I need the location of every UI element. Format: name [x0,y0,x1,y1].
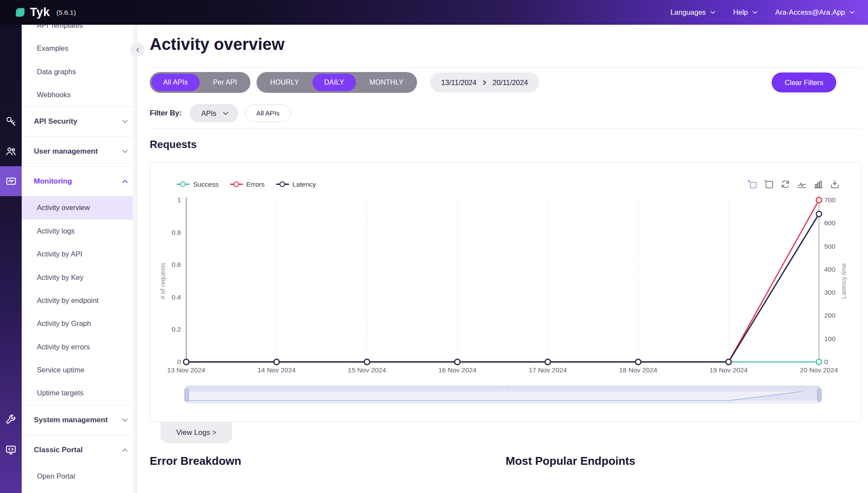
sidebar-item-activity-overview[interactable]: Activity overview [22,196,137,219]
granularity-option-hourly[interactable]: HOURLY [258,74,311,91]
sidebar-item-user-management[interactable]: User management [22,136,137,166]
filter-value-chip[interactable]: All APIs [245,105,291,122]
tyk-logo-icon [14,7,26,18]
zoom-reset-icon[interactable] [763,179,774,190]
sidebar-item-label: Activity logs [37,227,75,235]
scope-option-all-apis[interactable]: All APIs [151,74,200,91]
sidebar-item-monitoring[interactable]: Monitoring [22,166,137,196]
svg-text:18 Nov 2024: 18 Nov 2024 [619,366,657,374]
datazoom-track-top [187,386,819,391]
sidebar-item-uptime-targets[interactable]: Uptime targets [22,381,137,404]
topbar-menu-account[interactable]: Ara-Access@Ara.App [775,8,855,16]
sidebar-item-open-portal[interactable]: Open Portal [22,465,137,488]
sidebar-item-classic-portal[interactable]: Classic Portal [22,435,137,465]
date-range-picker[interactable]: 13/11/2024 20/11/2024 [430,72,539,92]
sidebar-item-label: Webhooks [37,91,71,99]
chevron-right-icon [482,80,487,85]
topbar-menu-languages[interactable]: Languages [671,8,716,16]
svg-text:0.2: 0.2 [171,325,181,333]
date-to: 20/11/2024 [493,79,528,87]
sidebar-item-label: Classic Portal [34,446,82,454]
rail-item-user-management[interactable] [5,145,17,157]
sidebar-item-webhooks[interactable]: Webhooks [22,83,137,106]
svg-text:14 Nov 2024: 14 Nov 2024 [257,366,296,374]
sidebar-item-label: Activity overview [37,204,90,212]
svg-text:400: 400 [824,266,835,273]
datazoom-handle-left[interactable] [184,388,189,401]
sidebar-item-label: API Templates [37,25,83,30]
sidebar-item-activity-by-api[interactable]: Activity by API [22,243,137,266]
filter-type-value: APIs [201,109,217,118]
sidebar-item-label: Monitoring [34,177,72,186]
scope-option-per-api[interactable]: Per API [201,74,249,91]
requests-section-title: Requests [150,138,861,151]
line-chart-icon[interactable] [796,179,807,190]
sidebar-item-activity-by-errors[interactable]: Activity by errors [22,335,137,358]
sidebar-scrollbar[interactable] [133,25,137,493]
chevron-down-icon [122,418,128,422]
svg-text:0.6: 0.6 [171,261,181,268]
chart-header: Success Errors Latency [177,179,840,190]
chevron-down-icon [710,10,716,14]
download-icon[interactable] [829,179,840,190]
chart-legend: Success Errors Latency [177,181,316,188]
sidebar-item-activity-by-graph[interactable]: Activity by Graph [22,312,137,335]
svg-text:300: 300 [824,289,835,296]
legend-item-latency[interactable]: Latency [276,181,316,188]
monitoring-icon [5,175,17,187]
main-content: Activity overview All APIsPer API HOURLY… [137,25,868,493]
filter-value-label: All APIs [256,109,279,117]
datazoom-handle-right[interactable] [817,388,822,401]
requests-line-chart: 00.20.40.60.810100200300400500600700# of… [158,192,853,384]
sidebar-item-activity-by-key[interactable]: Activity by Key [22,266,137,289]
clear-filters-button[interactable]: Clear Filters [772,72,836,92]
rail-item-classic-portal[interactable] [5,444,17,456]
legend-item-success[interactable]: Success [177,181,219,188]
topbar-menu-help[interactable]: Help [733,8,758,16]
chevron-down-icon [849,10,855,14]
sidebar-item-label: User management [34,147,98,156]
svg-text:13 Nov 2024: 13 Nov 2024 [167,366,205,374]
bar-chart-icon[interactable] [813,179,824,190]
filter-type-dropdown[interactable]: APIs [190,104,238,122]
legend-item-errors[interactable]: Errors [230,181,265,188]
sidebar-item-label: System management [34,416,108,424]
sidebar-item-system-management[interactable]: System management [22,405,137,435]
rail-item-system-management[interactable] [5,414,17,426]
datazoom-grip[interactable] [501,388,505,390]
sidebar-item-service-uptime[interactable]: Service uptime [22,358,137,381]
key-icon [5,115,17,127]
svg-text:1: 1 [177,196,181,204]
svg-text:600: 600 [824,219,835,227]
granularity-option-monthly[interactable]: MONTHLY [358,74,415,91]
sidebar-item-examples[interactable]: Examples [22,37,137,60]
legend-label: Success [193,181,219,188]
popular-endpoints-title: Most Popular Endpoints [506,454,861,468]
sidebar-item-api-security[interactable]: API Security [22,106,137,136]
rail-item-monitoring[interactable] [0,166,22,196]
rail-item-api-security[interactable] [5,115,17,127]
svg-text:0.4: 0.4 [171,293,181,301]
area-zoom-icon[interactable] [747,179,758,190]
chevron-up-icon [122,179,128,184]
sidebar-item-data-graphs[interactable]: Data graphs [22,60,137,83]
view-logs-button[interactable]: View Logs > [161,422,232,443]
svg-text:Latency time: Latency time [840,263,847,299]
sidebar-item-label: Activity by Key [37,273,83,282]
svg-text:100: 100 [824,335,835,342]
sidebar-item-label: Activity by API [37,250,82,258]
restore-icon[interactable] [780,179,791,190]
sidebar-item-settings[interactable]: Settings [22,488,137,493]
sidebar-item-api-templates[interactable]: API Templates [22,25,137,37]
chevron-down-icon [752,10,758,14]
sidebar-item-label: API Security [34,117,77,126]
sidebar-item-activity-logs[interactable]: Activity logs [22,220,137,243]
filter-row: All APIsPer API HOURLYDAILYMONTHLY 13/11… [150,72,861,93]
sidebar-collapse-button[interactable] [130,43,145,57]
svg-text:# of requests: # of requests [159,263,166,299]
datazoom-slider[interactable] [186,386,820,403]
granularity-option-daily[interactable]: DAILY [312,74,356,91]
wrench-icon [5,414,17,426]
chevron-left-icon [135,47,140,53]
sidebar-item-activity-by-endpoint[interactable]: Activity by endpoint [22,289,137,312]
